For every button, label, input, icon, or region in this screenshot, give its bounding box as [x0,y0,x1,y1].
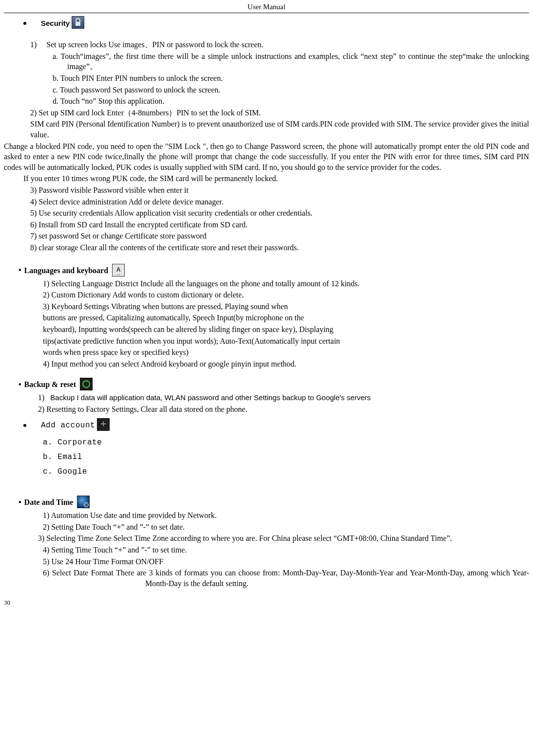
bullet-icon [23,424,26,427]
datetime-heading: Date and Time [19,497,529,509]
backup-reset-icon [80,378,93,390]
lang-2: 2) Custom Dictionary Add words to custom… [43,290,529,300]
keyboard-a-icon: … [112,264,125,277]
sec-5: 5) Use security credentials Allow applic… [30,208,529,219]
lang-3b: buttons are pressed, Capitalizing automa… [43,313,529,323]
sec-sim2: Change a blocked PIN code, you need to o… [4,141,529,173]
svg-rect-0 [76,22,80,26]
languages-heading: Languages and keyboard … [19,265,529,277]
sec-3: 3) Password visible Password visible whe… [30,185,529,196]
sec-2: 2) Set up SIM card lock Enter（4-8numbers… [30,108,529,118]
bullet-icon [23,22,26,25]
sec-1: 1) Set up screen locks Use images、PIN or… [30,39,529,50]
sec-sim3: If you enter 10 times wrong PUK code, th… [23,173,529,184]
dt-6: 6) Select Date Format There are 3 kinds … [43,568,529,589]
dt-3: 3) Selecting Time Zone Select Time Zone … [38,533,529,544]
sec-1d: d. Touch “no” Stop this application. [53,96,529,107]
dt-2: 2) Setting Date Touch “+” and ”-” to set… [43,522,529,533]
sec-6: 6) Install from SD card Install the encr… [30,220,529,230]
sec-1b: b. Touch PIN Enter PIN numbers to unlock… [53,73,529,84]
dt-1: 1) Automation Use date and time provided… [43,510,529,521]
lock-icon [72,16,84,29]
page-number: 30 [4,598,529,607]
lang-1: 1) Selecting Language District Include a… [43,278,529,289]
lang-3c: keyboard), Inputting words(speech can be… [43,324,529,335]
add-a: a. Corporate [43,438,529,448]
security-label: Security [41,18,70,28]
globe-clock-icon [77,496,90,508]
sec-7: 7) set password Set or change Certificat… [30,231,529,241]
backup-heading: Backup & reset [19,379,529,391]
add-account-heading: Add account [4,419,529,432]
lang-3: 3) Keyboard Settings Vibrating when butt… [43,301,529,312]
lang-3e: words when press space key or specified … [43,347,529,358]
add-account-label: Add account [41,421,95,431]
bullet-icon [19,266,24,274]
dt-4: 4) Setting Time Touch “+” and ”-” to set… [43,545,529,555]
sec-1c: c. Touch password Set password to unlock… [53,85,529,95]
sec-8: 8) clear storage Clear all the contents … [30,242,529,253]
backup-2: 2) Resetting to Factory Settings, Clear … [38,404,529,415]
sec-sim1: SIM card PIN (Personal Identification Nu… [30,119,529,140]
add-b: b. Email [43,452,529,463]
svg-point-1 [83,381,90,387]
backup-1: 1) Backup I data will application data, … [38,392,529,403]
lang-4: 4) Input method you can select Android k… [43,359,529,369]
security-heading-row: Security [4,17,529,30]
plus-icon [97,418,110,431]
add-c: c. Google [43,467,529,478]
dt-5: 5) Use 24 Hour Time Format ON/OFF [43,556,529,567]
sec-1a: a. Touch“images”, the first time there w… [53,51,529,72]
bullet-icon [19,380,24,388]
lang-3d: tips(activate predictive function when y… [43,336,529,347]
bullet-icon [19,498,24,506]
page-header: User Manual [4,0,529,13]
sec-4: 4) Select device administration Add or d… [30,197,529,207]
